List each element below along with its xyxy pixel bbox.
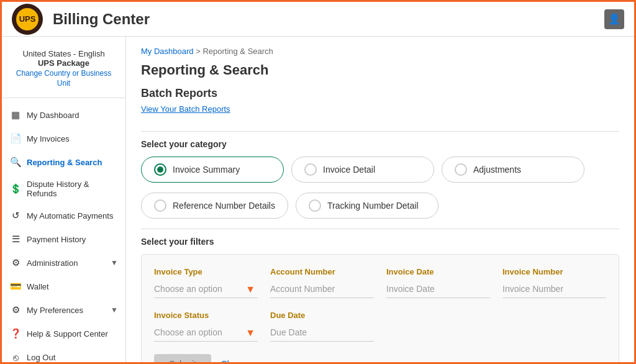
- category-radio-group-row2: Reference Number Details Tracking Number…: [141, 193, 619, 219]
- radio-circle-invoice-summary: [154, 163, 166, 176]
- invoice-type-label: Invoice Type: [154, 267, 258, 276]
- radio-label-invoice-detail: Invoice Detail: [323, 165, 375, 175]
- sidebar-item-wallet[interactable]: 💳 Wallet: [2, 275, 125, 298]
- radio-tracking-number-detail[interactable]: Tracking Number Detail: [296, 193, 438, 219]
- radio-circle-reference-number: [154, 199, 166, 212]
- filters-label: Select your filters: [141, 237, 619, 247]
- header: UPS Billing Center 👤: [2, 2, 634, 37]
- invoices-icon: 📄: [9, 132, 22, 145]
- radio-reference-number-details[interactable]: Reference Number Details: [141, 193, 288, 219]
- chevron-down-icon-prefs: ▼: [111, 306, 118, 314]
- sidebar-label-my-preferences: My Preferences: [27, 306, 83, 315]
- page-title: Reporting & Search: [141, 62, 619, 78]
- clear-button[interactable]: Clear: [221, 359, 242, 362]
- invoice-status-wrapper: Choose an option ▼: [154, 324, 258, 342]
- category-radio-group: Invoice Summary Invoice Detail Adjustmen…: [141, 157, 619, 183]
- user-profile-icon[interactable]: 👤: [604, 9, 624, 29]
- sidebar-item-reporting-search[interactable]: 🔍 Reporting & Search: [2, 150, 125, 174]
- radio-label-adjustments: Adjustments: [473, 165, 521, 175]
- filters-section: Invoice Type Choose an option ▼ Account …: [141, 254, 619, 362]
- invoice-date-label: Invoice Date: [386, 267, 490, 276]
- radio-invoice-detail[interactable]: Invoice Detail: [291, 157, 434, 183]
- invoice-type-field: Invoice Type Choose an option ▼: [154, 267, 258, 298]
- dashboard-icon: ▦: [9, 109, 22, 121]
- admin-icon: ⚙: [9, 257, 22, 269]
- spacer-1: [386, 311, 490, 342]
- breadcrumb-separator: >: [194, 47, 203, 56]
- batch-reports-title: Batch Reports: [141, 87, 619, 100]
- sidebar-label-my-invoices: My Invoices: [27, 134, 70, 143]
- sidebar-label-automatic-payments: My Automatic Payments: [27, 211, 113, 221]
- wallet-icon: 💳: [9, 280, 22, 293]
- radio-label-reference-number: Reference Number Details: [173, 201, 275, 211]
- sidebar-item-my-dashboard[interactable]: ▦ My Dashboard: [2, 103, 125, 127]
- due-date-input[interactable]: [270, 324, 374, 342]
- account-number-field: Account Number: [270, 267, 374, 298]
- invoice-number-field: Invoice Number: [502, 267, 606, 298]
- due-date-label: Due Date: [270, 311, 374, 320]
- sidebar-item-log-out[interactable]: ⎋ Log Out: [2, 345, 125, 362]
- spacer-2: [502, 311, 606, 342]
- payments-icon: ↺: [9, 209, 22, 222]
- radio-label-tracking-number: Tracking Number Detail: [327, 201, 419, 211]
- help-icon: ❓: [9, 327, 22, 340]
- invoice-status-label: Invoice Status: [154, 311, 258, 320]
- sidebar-item-automatic-payments[interactable]: ↺ My Automatic Payments: [2, 204, 125, 227]
- main-content: My Dashboard > Reporting & Search Report…: [126, 37, 634, 362]
- sidebar-label-payment-history: Payment History: [27, 235, 86, 244]
- due-date-field: Due Date: [270, 311, 374, 342]
- account-number-input[interactable]: [270, 280, 374, 298]
- sidebar-label-wallet: Wallet: [27, 282, 49, 291]
- divider-2: [141, 229, 619, 229]
- form-actions: Submit Clear: [154, 354, 606, 362]
- sidebar-profile: United States - English UPS Package Chan…: [2, 44, 125, 98]
- sidebar-item-administration[interactable]: ⚙ Administration ▼: [2, 251, 125, 275]
- sidebar-label-reporting-search: Reporting & Search: [27, 158, 102, 167]
- radio-circle-invoice-detail: [304, 163, 317, 176]
- main-layout: United States - English UPS Package Chan…: [2, 37, 634, 362]
- sidebar-label-dispute-history: Dispute History & Refunds: [27, 180, 118, 198]
- page-header-title: Billing Center: [53, 11, 150, 28]
- invoice-number-label: Invoice Number: [502, 267, 606, 276]
- profile-package: UPS Package: [12, 58, 116, 68]
- change-country-link[interactable]: Change Country or Business Unit: [16, 69, 111, 88]
- radio-label-invoice-summary: Invoice Summary: [173, 165, 240, 175]
- history-icon: ☰: [9, 233, 22, 245]
- sidebar-item-dispute-history[interactable]: 💲 Dispute History & Refunds: [2, 174, 125, 204]
- sidebar-item-my-invoices[interactable]: 📄 My Invoices: [2, 127, 125, 150]
- radio-circle-adjustments: [455, 163, 467, 176]
- invoice-status-select[interactable]: Choose an option: [154, 324, 258, 342]
- radio-circle-tracking-number: [309, 199, 321, 212]
- sidebar: United States - English UPS Package Chan…: [2, 37, 126, 362]
- invoice-type-select[interactable]: Choose an option: [154, 280, 258, 298]
- profile-country: United States - English: [12, 49, 116, 58]
- divider-1: [141, 131, 619, 132]
- breadcrumb: My Dashboard > Reporting & Search: [141, 47, 619, 56]
- invoice-number-input[interactable]: [502, 280, 606, 298]
- radio-adjustments[interactable]: Adjustments: [442, 157, 584, 183]
- view-batch-reports-link[interactable]: View Your Batch Reports: [141, 104, 230, 114]
- sidebar-label-log-out: Log Out: [27, 353, 55, 362]
- invoice-date-field: Invoice Date: [386, 267, 490, 298]
- filters-row-2: Invoice Status Choose an option ▼ Due Da…: [154, 311, 606, 342]
- search-icon: 🔍: [9, 156, 22, 168]
- preferences-icon: ⚙: [9, 304, 22, 316]
- submit-button[interactable]: Submit: [154, 354, 211, 362]
- sidebar-item-payment-history[interactable]: ☰ Payment History: [2, 227, 125, 251]
- breadcrumb-dashboard[interactable]: My Dashboard: [141, 47, 194, 56]
- sidebar-item-my-preferences[interactable]: ⚙ My Preferences ▼: [2, 298, 125, 322]
- sidebar-label-my-dashboard: My Dashboard: [27, 111, 80, 120]
- chevron-down-icon: ▼: [111, 258, 118, 267]
- sidebar-label-help-support: Help & Support Center: [27, 329, 108, 339]
- breadcrumb-current: Reporting & Search: [202, 47, 273, 56]
- sidebar-label-administration: Administration: [27, 258, 78, 268]
- dispute-icon: 💲: [9, 183, 22, 195]
- invoice-date-input[interactable]: [386, 280, 490, 298]
- category-label: Select your category: [141, 139, 619, 149]
- radio-invoice-summary[interactable]: Invoice Summary: [141, 157, 284, 183]
- account-number-label: Account Number: [270, 267, 374, 276]
- ups-logo: UPS: [12, 4, 43, 35]
- invoice-status-field: Invoice Status Choose an option ▼: [154, 311, 258, 342]
- sidebar-item-help-support[interactable]: ❓ Help & Support Center: [2, 322, 125, 345]
- logout-icon: ⎋: [9, 351, 22, 362]
